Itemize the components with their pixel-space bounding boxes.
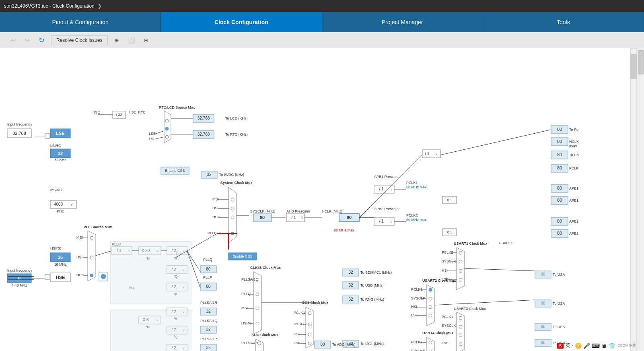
to-po-label: To Po	[569, 128, 578, 132]
pclk2-max-label: 60 MHz max	[406, 218, 427, 222]
lsi-value: 32	[58, 151, 63, 156]
to-usart3-label: To USA	[553, 325, 565, 329]
hsi-usart2-label: HSI	[411, 305, 417, 309]
main-area: Input frequency 32.768 LSE LSIRC 32 32 K…	[0, 48, 644, 351]
uart4-out-value: 80	[541, 341, 545, 345]
pclk1-usart3-label: PCLK1	[442, 315, 453, 319]
lse-i2c1-label: LSE	[294, 341, 300, 345]
pllsai1q-out-label: PLLSAI1Q	[200, 319, 218, 323]
sysclk-mhz-label: SYSCLK (MHz)	[250, 209, 276, 213]
hsi48-clk48-label: HSI48	[241, 321, 251, 325]
hclk-value: 80	[347, 215, 352, 220]
scrollbar-thumb[interactable]	[638, 50, 644, 74]
msi-sys-label: MSI	[212, 197, 219, 201]
apb1-value: / 1	[379, 187, 384, 191]
usart2-mux-label: USART2 Clock Mux	[422, 279, 456, 283]
emoji-icons: 😊 🎤 ⌨ 🖥 👕	[575, 343, 615, 349]
apb2-2-label: APB2	[569, 231, 578, 235]
refresh-button[interactable]: ↻	[36, 34, 47, 46]
to-lcd-label: To LCD (KHz)	[225, 116, 248, 120]
pllq-label: PLLQ	[203, 258, 212, 262]
pll-src-to-pllm	[96, 251, 112, 256]
toolbar: ↩ ↪ ↻ Resolve Clock Issues ⊕ ⬜ ⊖	[0, 32, 644, 48]
out-po-value: 80	[557, 127, 562, 132]
lse-indicator	[45, 134, 50, 138]
tab-project[interactable]: Project Manager	[322, 12, 483, 32]
pclk1-i2c1-label: PCLK1	[294, 311, 305, 315]
tab-pinout[interactable]: Pinout & Configuration	[0, 12, 161, 32]
pll-mux-radio-3[interactable]	[90, 274, 93, 277]
pllsai1r-out-value: 32	[206, 309, 211, 314]
resolve-issues-button[interactable]: Resolve Clock Issues	[51, 35, 108, 45]
hsi-mhz: 16 MHz	[54, 262, 67, 266]
pll-bg	[111, 242, 191, 304]
vertical-scrollbar[interactable]	[638, 48, 644, 351]
apb1-2-label: APB1	[569, 198, 578, 202]
tab-tools[interactable]: Tools	[483, 12, 644, 32]
v-scrollbar-thumb[interactable]	[631, 54, 636, 78]
pclk1-uart4-label: PCLK1	[411, 340, 423, 344]
apb2-label: APB2 Prescaler	[374, 207, 400, 211]
to-adc-label: To ADC (MHz)	[332, 343, 356, 347]
clock-diagram: Input frequency 32.768 LSE LSIRC 32 32 K…	[0, 48, 638, 351]
v-scrollbar[interactable]	[630, 48, 637, 351]
ahb-arrow: ∨	[301, 216, 304, 220]
watermark-text: CSDN 免费	[617, 343, 636, 348]
zoom-in-button[interactable]: ⊕	[112, 35, 121, 45]
usart2-radio-1[interactable]	[429, 288, 432, 291]
enable-css-2-label: Enable CSS	[232, 254, 252, 258]
out-hclk-mem-value: 80	[557, 139, 562, 144]
sysclk-usart2-label: SYSCLK	[411, 296, 426, 300]
hse-pll-radio-filled[interactable]	[101, 274, 106, 279]
pllp-label: PLLP	[203, 275, 212, 279]
pclk1-label: PCLK1	[406, 181, 418, 185]
rtc-value: 32.768	[198, 132, 210, 136]
i2c1-mux-shape	[306, 307, 314, 348]
msi-value: 4000	[54, 202, 63, 206]
undo-button[interactable]: ↩	[8, 35, 18, 45]
zoom-out-button[interactable]: ⊖	[141, 35, 151, 45]
enable-css-1-label: Enable CSS	[165, 169, 185, 173]
out-apb1-1-value: 80	[557, 186, 562, 190]
x1-label-2: X 1	[446, 230, 452, 234]
hclk-mhz-label: HCLK (MHz)	[322, 209, 342, 213]
to-usart2-label: To USA	[553, 301, 565, 306]
apb1-arrow: ∨	[390, 187, 393, 191]
input-freq-label-1: Input frequency	[7, 122, 33, 126]
rtc-mux-radio-2[interactable]	[165, 127, 169, 130]
i2c1-mux-label: I2C1 Clock Mux	[302, 301, 329, 305]
out-apb1-2-value: 80	[557, 198, 562, 202]
hse-indicator	[45, 275, 50, 279]
fit-button[interactable]: ⬜	[126, 35, 137, 45]
to-usart1-label: To USA	[553, 273, 565, 277]
uart4-mux-label: UART4 Clock Mux	[422, 331, 454, 335]
lsi-mux-label: LSI	[149, 137, 154, 141]
sysclk-usart1-label: SYSCLK	[442, 259, 456, 263]
adc-value: 80	[320, 342, 325, 347]
msi-khz-label: KHz	[57, 209, 64, 213]
out-apb2-1-value: 80	[557, 219, 562, 223]
apb1-label: APB1 Prescaler	[374, 175, 400, 179]
ahb-label: AHB Prescaler	[286, 209, 310, 213]
to-iwdg-label: To IWDG (KHz)	[219, 173, 244, 177]
hsi-pll-label: HSI	[76, 255, 82, 259]
sysclk-usart3-label: SYSCLK	[442, 324, 456, 328]
usart1-out-line	[465, 268, 535, 271]
lsi-khz: 32 KHz	[54, 158, 66, 162]
hsirc-label: HSIRC	[50, 246, 62, 250]
pllsai1r-adc-label: PLLSAI1R	[241, 341, 259, 345]
adc-mux-label: ADC Clock Mux	[251, 333, 278, 337]
to-sdmmc-label: To SDMMC1 (MHz)	[360, 270, 392, 275]
pllq-clk48-label: PLLQ	[241, 292, 251, 296]
lse-label: LSE	[56, 131, 64, 136]
usart1-mux-shape	[457, 248, 465, 290]
sysclk-value: 80	[260, 215, 265, 220]
hse-label: HSE	[56, 275, 65, 280]
redo-button[interactable]: ↪	[22, 35, 32, 45]
hse-rtc-label: HSE_RTC	[129, 110, 146, 114]
tab-clock[interactable]: Clock Configuration	[161, 12, 322, 32]
lcd-value: 32.768	[198, 116, 210, 120]
hclk-mem-label: HCLK	[569, 140, 579, 144]
lse-mux-line	[155, 131, 164, 134]
pllp-out-value: 80	[206, 284, 211, 289]
